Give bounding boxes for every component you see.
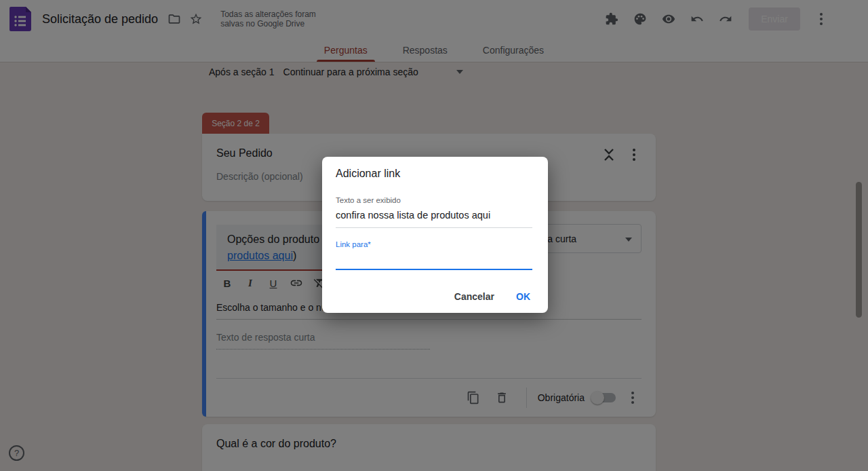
google-forms-editor: Solicitação de pedido Todas as alteraçõe… [0,0,868,471]
display-text-label: Texto a ser exibido [336,196,401,204]
link-to-label: Link para* [336,240,371,248]
link-to-input[interactable] [336,269,532,270]
display-text-underline [336,227,532,228]
display-text-input[interactable]: confira nossa lista de produtos aqui [336,210,490,221]
ok-button[interactable]: OK [508,286,538,307]
add-link-dialog: Adicionar link Texto a ser exibido confi… [322,157,548,313]
dialog-title: Adicionar link [336,168,400,180]
cancel-button[interactable]: Cancelar [446,286,502,307]
